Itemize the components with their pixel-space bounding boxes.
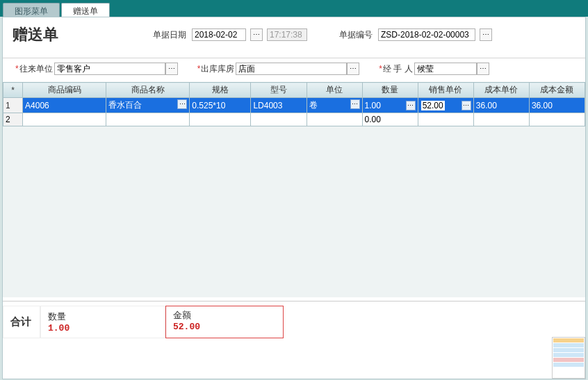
total-qty-value: 1.00 <box>48 323 158 333</box>
row1-uom-text: 卷 <box>309 100 318 110</box>
row1-num: 1 <box>3 98 23 113</box>
tab-gift-form[interactable]: 赠送单 <box>61 3 110 17</box>
total-qty-label: 数量 <box>48 311 158 323</box>
person-picker-button[interactable]: ⋯ <box>477 63 489 75</box>
row1-price-picker[interactable]: ⋯ <box>462 101 471 110</box>
row2-cost-price[interactable] <box>473 113 529 126</box>
items-grid[interactable]: * 商品编码 商品名称 规格 型号 单位 数量 销售单价 成本单价 成本金额 1… <box>3 82 585 126</box>
row2-name[interactable] <box>106 113 190 126</box>
table-row[interactable]: 1 A4006 香水百合 ⋯ 0.525*10 LD4003 卷 ⋯ 1.00 … <box>3 98 585 113</box>
col-model[interactable]: 型号 <box>251 83 307 98</box>
row1-qty[interactable]: 1.00 ⋯ <box>362 98 418 113</box>
date-label: 单据日期 <box>153 29 186 41</box>
row1-cost-amount[interactable]: 36.00 <box>529 98 585 113</box>
docno-picker-button[interactable]: ⋯ <box>480 28 492 41</box>
row1-name-text: 香水百合 <box>108 100 142 110</box>
row2-uom[interactable] <box>307 113 362 126</box>
col-uom[interactable]: 单位 <box>307 83 362 98</box>
warehouse-input[interactable] <box>236 63 347 75</box>
col-cost-price[interactable]: 成本单价 <box>473 83 529 98</box>
row2-code[interactable] <box>23 113 106 126</box>
row1-price[interactable]: 52.00 ⋯ <box>418 98 473 113</box>
row1-name[interactable]: 香水百合 ⋯ <box>106 98 190 113</box>
unit-picker-button[interactable]: ⋯ <box>165 63 178 75</box>
row1-price-edit[interactable]: 52.00 <box>420 100 446 111</box>
total-amount-value: 52.00 <box>173 322 276 332</box>
row1-code[interactable]: A4006 <box>23 98 106 113</box>
total-amount-label: 金额 <box>173 309 276 322</box>
person-input[interactable] <box>414 63 477 75</box>
warehouse-picker-button[interactable]: ⋯ <box>347 63 359 75</box>
title-row: 赠送单 单据日期 ⋯ 单据编号 ⋯ <box>3 17 585 58</box>
person-label: 经 手 人 <box>379 63 412 75</box>
warehouse-label: 出库库房 <box>197 63 235 75</box>
col-code[interactable]: 商品编码 <box>23 83 106 98</box>
thumbnail-preview[interactable] <box>552 337 585 379</box>
row2-model[interactable] <box>251 113 307 126</box>
row2-qty[interactable]: 0.00 <box>362 113 418 126</box>
date-input[interactable] <box>192 28 246 41</box>
total-amount-box: 金额 52.00 <box>165 306 284 338</box>
docno-input[interactable] <box>378 28 475 41</box>
row2-price[interactable] <box>418 113 473 126</box>
row2-spec[interactable] <box>190 113 251 126</box>
unit-input[interactable] <box>54 63 165 75</box>
time-input <box>267 28 307 41</box>
row1-cost-price[interactable]: 36.00 <box>473 98 529 113</box>
row1-name-picker[interactable]: ⋯ <box>177 99 187 109</box>
tab-bar: 图形菜单 赠送单 <box>0 0 588 17</box>
col-qty[interactable]: 数量 <box>362 83 418 98</box>
form-page: 赠送单 单据日期 ⋯ 单据编号 ⋯ 往来单位 ⋯ 出库库房 ⋯ 经 手 人 ⋯ <box>2 17 586 379</box>
docno-label: 单据编号 <box>339 29 373 41</box>
grid-header-row: * 商品编码 商品名称 规格 型号 单位 数量 销售单价 成本单价 成本金额 <box>3 83 585 98</box>
date-picker-button[interactable]: ⋯ <box>250 28 263 41</box>
row2-cost-amount[interactable] <box>529 113 585 126</box>
total-label: 合计 <box>10 315 31 329</box>
row1-qty-picker[interactable]: ⋯ <box>406 101 416 110</box>
unit-label: 往来单位 <box>15 63 53 75</box>
footer-totals: 合计 数量 1.00 金额 52.00 <box>3 301 585 342</box>
col-name[interactable]: 商品名称 <box>106 83 190 98</box>
row1-model[interactable]: LD4003 <box>251 98 307 113</box>
tab-graphic-menu[interactable]: 图形菜单 <box>3 3 60 17</box>
row1-spec[interactable]: 0.525*10 <box>190 98 251 113</box>
table-row[interactable]: 2 0.00 <box>3 113 585 126</box>
row1-qty-text: 1.00 <box>365 101 381 110</box>
col-rownum[interactable]: * <box>3 83 23 98</box>
row1-uom[interactable]: 卷 ⋯ <box>307 98 362 113</box>
fields-row: 往来单位 ⋯ 出库库房 ⋯ 经 手 人 ⋯ <box>3 58 585 82</box>
row2-num: 2 <box>3 113 23 126</box>
col-cost-amount[interactable]: 成本金额 <box>529 83 585 98</box>
grid-wrap: * 商品编码 商品名称 规格 型号 单位 数量 销售单价 成本单价 成本金额 1… <box>3 82 585 297</box>
row1-uom-picker[interactable]: ⋯ <box>350 99 360 109</box>
col-spec[interactable]: 规格 <box>190 83 251 98</box>
page-title: 赠送单 <box>13 24 58 45</box>
col-price[interactable]: 销售单价 <box>418 83 473 98</box>
